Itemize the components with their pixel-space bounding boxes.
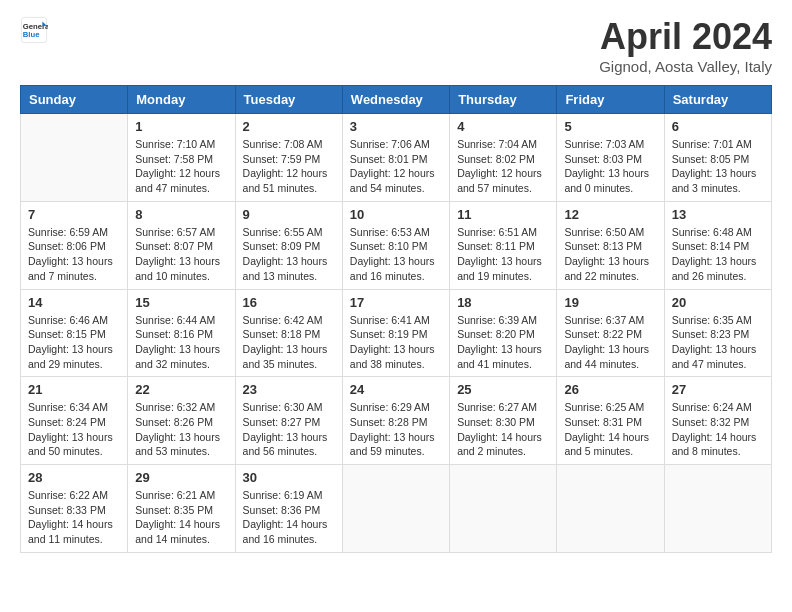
day-info: Sunrise: 6:57 AMSunset: 8:07 PMDaylight:… — [135, 225, 227, 284]
calendar-day-cell: 9Sunrise: 6:55 AMSunset: 8:09 PMDaylight… — [235, 201, 342, 289]
calendar-day-cell: 6Sunrise: 7:01 AMSunset: 8:05 PMDaylight… — [664, 114, 771, 202]
calendar-day-cell: 19Sunrise: 6:37 AMSunset: 8:22 PMDayligh… — [557, 289, 664, 377]
day-number: 11 — [457, 207, 549, 222]
weekday-header-cell: Saturday — [664, 86, 771, 114]
svg-text:General: General — [23, 22, 48, 31]
day-info: Sunrise: 6:51 AMSunset: 8:11 PMDaylight:… — [457, 225, 549, 284]
calendar-day-cell: 13Sunrise: 6:48 AMSunset: 8:14 PMDayligh… — [664, 201, 771, 289]
calendar-day-cell: 8Sunrise: 6:57 AMSunset: 8:07 PMDaylight… — [128, 201, 235, 289]
calendar-day-cell: 23Sunrise: 6:30 AMSunset: 8:27 PMDayligh… — [235, 377, 342, 465]
page-header: General Blue April 2024 Gignod, Aosta Va… — [20, 16, 772, 75]
calendar-day-cell: 21Sunrise: 6:34 AMSunset: 8:24 PMDayligh… — [21, 377, 128, 465]
day-number: 10 — [350, 207, 442, 222]
calendar-header-row: SundayMondayTuesdayWednesdayThursdayFrid… — [21, 86, 772, 114]
day-info: Sunrise: 6:41 AMSunset: 8:19 PMDaylight:… — [350, 313, 442, 372]
day-info: Sunrise: 6:32 AMSunset: 8:26 PMDaylight:… — [135, 400, 227, 459]
calendar-day-cell: 5Sunrise: 7:03 AMSunset: 8:03 PMDaylight… — [557, 114, 664, 202]
day-info: Sunrise: 7:10 AMSunset: 7:58 PMDaylight:… — [135, 137, 227, 196]
calendar-day-cell: 2Sunrise: 7:08 AMSunset: 7:59 PMDaylight… — [235, 114, 342, 202]
day-info: Sunrise: 6:48 AMSunset: 8:14 PMDaylight:… — [672, 225, 764, 284]
calendar-day-cell: 3Sunrise: 7:06 AMSunset: 8:01 PMDaylight… — [342, 114, 449, 202]
day-info: Sunrise: 6:46 AMSunset: 8:15 PMDaylight:… — [28, 313, 120, 372]
weekday-header-cell: Monday — [128, 86, 235, 114]
calendar-week-row: 21Sunrise: 6:34 AMSunset: 8:24 PMDayligh… — [21, 377, 772, 465]
day-info: Sunrise: 6:34 AMSunset: 8:24 PMDaylight:… — [28, 400, 120, 459]
calendar-day-cell: 7Sunrise: 6:59 AMSunset: 8:06 PMDaylight… — [21, 201, 128, 289]
day-number: 24 — [350, 382, 442, 397]
day-number: 13 — [672, 207, 764, 222]
calendar-week-row: 14Sunrise: 6:46 AMSunset: 8:15 PMDayligh… — [21, 289, 772, 377]
logo: General Blue — [20, 16, 48, 44]
calendar-day-cell: 15Sunrise: 6:44 AMSunset: 8:16 PMDayligh… — [128, 289, 235, 377]
calendar-week-row: 28Sunrise: 6:22 AMSunset: 8:33 PMDayligh… — [21, 465, 772, 553]
calendar-day-cell: 25Sunrise: 6:27 AMSunset: 8:30 PMDayligh… — [450, 377, 557, 465]
calendar-day-cell: 22Sunrise: 6:32 AMSunset: 8:26 PMDayligh… — [128, 377, 235, 465]
calendar-day-cell: 24Sunrise: 6:29 AMSunset: 8:28 PMDayligh… — [342, 377, 449, 465]
day-info: Sunrise: 6:19 AMSunset: 8:36 PMDaylight:… — [243, 488, 335, 547]
day-info: Sunrise: 6:37 AMSunset: 8:22 PMDaylight:… — [564, 313, 656, 372]
day-info: Sunrise: 7:04 AMSunset: 8:02 PMDaylight:… — [457, 137, 549, 196]
svg-text:Blue: Blue — [23, 30, 40, 39]
day-number: 14 — [28, 295, 120, 310]
location-title: Gignod, Aosta Valley, Italy — [599, 58, 772, 75]
calendar-day-cell — [664, 465, 771, 553]
day-number: 26 — [564, 382, 656, 397]
day-number: 22 — [135, 382, 227, 397]
day-info: Sunrise: 6:30 AMSunset: 8:27 PMDaylight:… — [243, 400, 335, 459]
calendar-body: 1Sunrise: 7:10 AMSunset: 7:58 PMDaylight… — [21, 114, 772, 553]
day-number: 3 — [350, 119, 442, 134]
day-info: Sunrise: 6:21 AMSunset: 8:35 PMDaylight:… — [135, 488, 227, 547]
calendar-day-cell: 29Sunrise: 6:21 AMSunset: 8:35 PMDayligh… — [128, 465, 235, 553]
day-number: 20 — [672, 295, 764, 310]
calendar-week-row: 7Sunrise: 6:59 AMSunset: 8:06 PMDaylight… — [21, 201, 772, 289]
day-number: 30 — [243, 470, 335, 485]
day-number: 9 — [243, 207, 335, 222]
day-info: Sunrise: 6:39 AMSunset: 8:20 PMDaylight:… — [457, 313, 549, 372]
day-number: 6 — [672, 119, 764, 134]
day-number: 2 — [243, 119, 335, 134]
day-info: Sunrise: 6:35 AMSunset: 8:23 PMDaylight:… — [672, 313, 764, 372]
day-info: Sunrise: 6:53 AMSunset: 8:10 PMDaylight:… — [350, 225, 442, 284]
calendar-table: SundayMondayTuesdayWednesdayThursdayFrid… — [20, 85, 772, 553]
calendar-day-cell: 10Sunrise: 6:53 AMSunset: 8:10 PMDayligh… — [342, 201, 449, 289]
day-info: Sunrise: 6:55 AMSunset: 8:09 PMDaylight:… — [243, 225, 335, 284]
day-number: 1 — [135, 119, 227, 134]
calendar-day-cell: 18Sunrise: 6:39 AMSunset: 8:20 PMDayligh… — [450, 289, 557, 377]
calendar-week-row: 1Sunrise: 7:10 AMSunset: 7:58 PMDaylight… — [21, 114, 772, 202]
day-info: Sunrise: 6:24 AMSunset: 8:32 PMDaylight:… — [672, 400, 764, 459]
day-number: 18 — [457, 295, 549, 310]
day-number: 25 — [457, 382, 549, 397]
day-info: Sunrise: 6:42 AMSunset: 8:18 PMDaylight:… — [243, 313, 335, 372]
calendar-day-cell — [21, 114, 128, 202]
day-info: Sunrise: 7:08 AMSunset: 7:59 PMDaylight:… — [243, 137, 335, 196]
weekday-header-cell: Sunday — [21, 86, 128, 114]
day-number: 28 — [28, 470, 120, 485]
weekday-header-cell: Tuesday — [235, 86, 342, 114]
calendar-day-cell: 12Sunrise: 6:50 AMSunset: 8:13 PMDayligh… — [557, 201, 664, 289]
weekday-header-cell: Thursday — [450, 86, 557, 114]
calendar-day-cell: 1Sunrise: 7:10 AMSunset: 7:58 PMDaylight… — [128, 114, 235, 202]
day-number: 4 — [457, 119, 549, 134]
day-info: Sunrise: 6:50 AMSunset: 8:13 PMDaylight:… — [564, 225, 656, 284]
day-number: 29 — [135, 470, 227, 485]
calendar-day-cell: 14Sunrise: 6:46 AMSunset: 8:15 PMDayligh… — [21, 289, 128, 377]
day-info: Sunrise: 7:01 AMSunset: 8:05 PMDaylight:… — [672, 137, 764, 196]
calendar-day-cell: 28Sunrise: 6:22 AMSunset: 8:33 PMDayligh… — [21, 465, 128, 553]
day-number: 12 — [564, 207, 656, 222]
logo-icon: General Blue — [20, 16, 48, 44]
day-number: 27 — [672, 382, 764, 397]
day-number: 19 — [564, 295, 656, 310]
calendar-day-cell: 30Sunrise: 6:19 AMSunset: 8:36 PMDayligh… — [235, 465, 342, 553]
calendar-day-cell: 4Sunrise: 7:04 AMSunset: 8:02 PMDaylight… — [450, 114, 557, 202]
day-number: 5 — [564, 119, 656, 134]
day-info: Sunrise: 6:25 AMSunset: 8:31 PMDaylight:… — [564, 400, 656, 459]
day-info: Sunrise: 7:03 AMSunset: 8:03 PMDaylight:… — [564, 137, 656, 196]
weekday-header-cell: Wednesday — [342, 86, 449, 114]
day-info: Sunrise: 6:44 AMSunset: 8:16 PMDaylight:… — [135, 313, 227, 372]
day-number: 15 — [135, 295, 227, 310]
day-info: Sunrise: 6:27 AMSunset: 8:30 PMDaylight:… — [457, 400, 549, 459]
calendar-day-cell: 11Sunrise: 6:51 AMSunset: 8:11 PMDayligh… — [450, 201, 557, 289]
day-number: 23 — [243, 382, 335, 397]
calendar-day-cell: 20Sunrise: 6:35 AMSunset: 8:23 PMDayligh… — [664, 289, 771, 377]
calendar-day-cell — [450, 465, 557, 553]
